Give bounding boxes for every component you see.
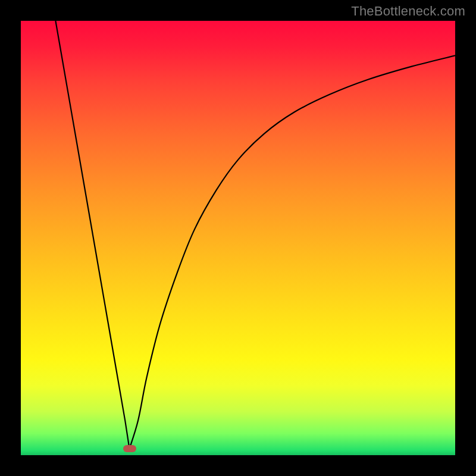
watermark-text: TheBottleneck.com: [351, 4, 465, 19]
curve-left-branch: [55, 21, 129, 449]
minimum-marker: [123, 445, 136, 452]
curve-right-branch: [130, 55, 456, 449]
curve-svg: [21, 21, 455, 455]
chart-outer-frame: TheBottleneck.com: [0, 0, 476, 476]
chart-plot-area: [21, 21, 455, 455]
